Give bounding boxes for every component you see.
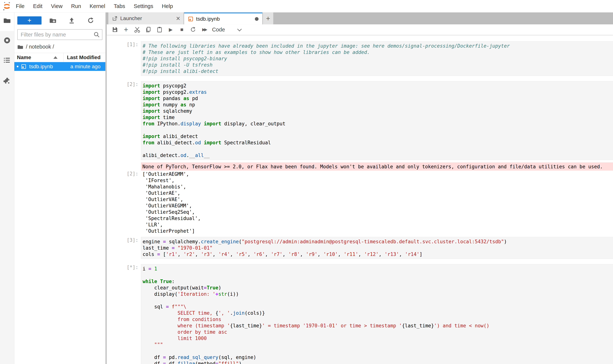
cell-type-dropdown[interactable]: Code (212, 26, 241, 33)
menu-tabs[interactable]: Tabs (109, 3, 129, 9)
code-cell-input[interactable]: engine = sqlalchemy.create_engine("postg… (141, 237, 613, 259)
code-line: last_time = "1970-01-01" (143, 245, 613, 251)
filter-files-input[interactable] (17, 29, 102, 40)
code-line: import time (143, 114, 613, 120)
extensions-icon[interactable] (3, 77, 11, 84)
code-cell-input[interactable]: # The following libraries have already b… (141, 41, 613, 76)
menu-bar: File Edit View Run Kernel Tabs Settings … (0, 0, 613, 13)
code-cell-input[interactable]: import psycopg2import psycopg2.extrasimp… (141, 81, 613, 160)
cell-type-label: Code (212, 26, 225, 33)
tab-bar: Launcher × tsdb.ipynb + (107, 13, 613, 24)
running-kernels-icon[interactable] (3, 37, 11, 44)
home-folder-icon[interactable] (17, 44, 23, 50)
code-line: 'Mahalanobis', (142, 183, 613, 190)
run-icon[interactable]: ▶ (165, 25, 176, 34)
jupyterlab-window: File Edit View Run Kernel Tabs Settings … (0, 0, 613, 364)
menu-kernel[interactable]: Kernel (85, 3, 109, 9)
column-header-name[interactable]: Name (14, 53, 64, 62)
code-line (143, 297, 613, 304)
menu-file[interactable]: File (12, 3, 29, 9)
code-line: 'OutlierSeq2Seq', (142, 209, 613, 215)
new-tab-button[interactable]: + (263, 13, 273, 24)
code-line: sql = f"""\ (143, 304, 613, 310)
tab-launcher[interactable]: Launcher × (108, 13, 184, 24)
menu-edit[interactable]: Edit (29, 3, 47, 9)
code-line: from alibi_detect.od import SpectralResi… (143, 140, 613, 146)
cell-prompt: [*]: (107, 264, 141, 364)
code-line: SELECT time, {', '.join(cols)} (143, 310, 613, 316)
code-line: 'LLR', (142, 221, 613, 228)
code-line: i = 1 (143, 266, 613, 272)
jupyter-logo-icon (2, 1, 12, 11)
code-line (143, 272, 613, 278)
code-line: engine = sqlalchemy.create_engine("postg… (143, 238, 613, 245)
code-line: 'OutlierProphet'] (142, 228, 613, 234)
restart-run-all-icon[interactable]: ▶▶ (199, 25, 210, 34)
input-row: [3]:engine = sqlalchemy.create_engine("p… (107, 237, 613, 259)
code-line: import alibi_detect (143, 133, 613, 140)
save-icon[interactable] (109, 25, 121, 34)
file-browser-panel: + (14, 13, 105, 364)
menu-settings[interactable]: Settings (129, 3, 158, 9)
code-line: #!pip install -U tsfresh (143, 62, 613, 68)
output-row: [2]:['OutlierAEGMM', 'IForest', 'Mahalan… (107, 170, 613, 234)
panel-resize-handle[interactable] (105, 13, 107, 364)
column-header-last-modified[interactable]: Last Modified (64, 53, 105, 62)
menu-view[interactable]: View (47, 3, 67, 9)
unsaved-changes-indicator[interactable] (255, 17, 259, 21)
input-row: [1]:# The following libraries have alrea… (107, 41, 613, 76)
code-line: df = pd.read_sql_query(sql, engine) (143, 354, 613, 361)
menu-run[interactable]: Run (67, 3, 85, 9)
left-sidebar-rail (0, 13, 14, 364)
file-modified: a minute ago (70, 64, 100, 70)
notebook-icon (188, 16, 193, 22)
stop-icon[interactable]: ■ (176, 25, 188, 34)
code-line (143, 348, 613, 354)
code-line: import psycopg2 (143, 83, 613, 89)
menu-help[interactable]: Help (158, 3, 177, 9)
file-row-tsdb-ipynb[interactable]: tsdb.ipynb a minute ago (14, 62, 105, 71)
tab-tsdb-label: tsdb.ipynb (196, 16, 220, 22)
cell-prompt: [2]: (107, 170, 141, 234)
notebook-cells: [1]:# The following libraries have alrea… (107, 35, 613, 364)
code-line: df = df.fillna(method="ffill") (143, 361, 613, 364)
restart-kernel-icon[interactable] (188, 25, 199, 34)
close-tab-icon[interactable]: × (176, 16, 180, 21)
folder-icon[interactable] (3, 17, 11, 24)
cut-icon[interactable] (132, 25, 143, 34)
table-of-contents-icon[interactable] (3, 57, 11, 64)
code-line: #!pip install alibi-detect (143, 68, 613, 74)
notebook-file-icon (21, 64, 27, 69)
add-cell-icon[interactable]: + (121, 25, 132, 34)
code-line: cols = ['r1', 'r2', 'r3', 'r4', 'r5', 'r… (143, 251, 613, 257)
launcher-icon (112, 16, 118, 21)
code-line: 'IForest', (142, 177, 613, 183)
code-line: # The following libraries have already b… (143, 43, 613, 49)
file-list-header: Name Last Modified (14, 53, 105, 62)
cell-prompt: [2]: (107, 81, 141, 160)
stderr-row: None of PyTorch, TensorFlow >= 2.0, or F… (107, 162, 613, 171)
code-line: import sqlalchemy (143, 108, 613, 114)
input-row: [*]:i = 1 while True: clear_output(wait=… (107, 264, 613, 364)
code-line: 'OutlierAE', (142, 190, 613, 196)
code-line: import pandas as pd (143, 95, 613, 102)
cell-prompt (107, 162, 141, 171)
code-line (143, 127, 613, 133)
code-line: while True: (143, 278, 613, 285)
refresh-icon[interactable] (87, 17, 94, 24)
main-workspace: Launcher × tsdb.ipynb + + (107, 13, 613, 364)
tab-tsdb-ipynb[interactable]: tsdb.ipynb (184, 13, 262, 24)
tab-launcher-label: Launcher (120, 15, 142, 21)
copy-icon[interactable] (143, 25, 154, 34)
breadcrumb[interactable]: / notebook / (14, 40, 105, 53)
new-launcher-button[interactable]: + (17, 16, 41, 25)
code-line: import numpy as np (143, 102, 613, 108)
code-line: clear_output(wait=True) (143, 285, 613, 291)
cell-prompt: [1]: (107, 41, 141, 76)
cell-prompt: [3]: (107, 237, 141, 259)
code-cell-input[interactable]: i = 1 while True: clear_output(wait=True… (141, 264, 613, 364)
paste-icon[interactable] (154, 25, 165, 34)
code-line: ['OutlierAEGMM', (142, 171, 613, 177)
upload-icon[interactable] (68, 17, 75, 24)
new-folder-icon[interactable] (49, 17, 56, 24)
